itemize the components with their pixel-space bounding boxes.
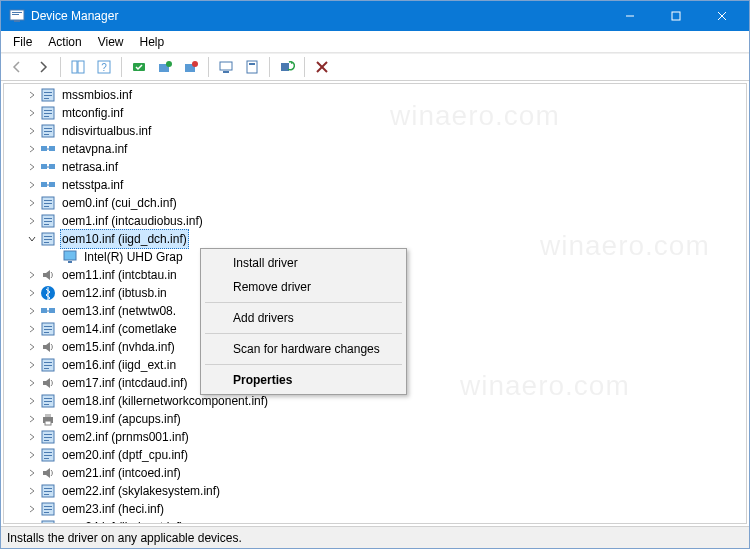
- svg-rect-57: [64, 251, 76, 260]
- svg-rect-64: [44, 326, 52, 327]
- tree-node[interactable]: netrasa.inf: [4, 158, 746, 176]
- svg-rect-74: [44, 404, 49, 405]
- chevron-right-icon[interactable]: [26, 288, 38, 298]
- context-properties[interactable]: Properties: [203, 368, 404, 392]
- tree-node[interactable]: netsstpa.inf: [4, 176, 746, 194]
- devices-by-connection-button[interactable]: [240, 56, 264, 78]
- chevron-right-icon[interactable]: [26, 126, 38, 136]
- svg-rect-5: [672, 12, 680, 20]
- maximize-button[interactable]: [653, 1, 699, 31]
- chevron-right-icon[interactable]: [26, 108, 38, 118]
- context-remove-driver[interactable]: Remove driver: [203, 275, 404, 299]
- menu-file[interactable]: File: [5, 33, 40, 51]
- svg-rect-79: [44, 434, 52, 435]
- chevron-right-icon[interactable]: [26, 162, 38, 172]
- show-hide-tree-button[interactable]: [66, 56, 90, 78]
- chevron-right-icon[interactable]: [26, 396, 38, 406]
- chevron-right-icon[interactable]: [26, 360, 38, 370]
- svg-rect-47: [44, 203, 52, 204]
- window-title: Device Manager: [31, 9, 607, 23]
- svg-rect-52: [44, 224, 49, 225]
- uninstall-device-button[interactable]: [310, 56, 334, 78]
- context-divider: [205, 364, 402, 365]
- tree-node[interactable]: netavpna.inf: [4, 140, 746, 158]
- tree-node[interactable]: oem1.inf (intcaudiobus.inf): [4, 212, 746, 230]
- tree-node[interactable]: oem20.inf (dptf_cpu.inf): [4, 446, 746, 464]
- tree-node[interactable]: oem24.inf (iigd_ext.inf): [4, 518, 746, 523]
- svg-rect-36: [41, 146, 47, 151]
- toolbar-divider: [208, 57, 209, 77]
- tree-node-label: oem22.inf (skylakesystem.inf): [60, 482, 222, 500]
- svg-rect-87: [44, 488, 52, 489]
- menu-help[interactable]: Help: [132, 33, 173, 51]
- tree-node[interactable]: mtconfig.inf: [4, 104, 746, 122]
- net-icon: [40, 303, 56, 319]
- chevron-right-icon[interactable]: [26, 450, 38, 460]
- close-button[interactable]: [699, 1, 745, 31]
- menu-view[interactable]: View: [90, 33, 132, 51]
- tree-node[interactable]: oem10.inf (iigd_dch.inf): [4, 230, 746, 248]
- svg-rect-80: [44, 437, 52, 438]
- minimize-button[interactable]: [607, 1, 653, 31]
- tree-node[interactable]: ndisvirtualbus.inf: [4, 122, 746, 140]
- tree-node-label: oem0.inf (cui_dch.inf): [60, 194, 179, 212]
- bt-icon: [40, 285, 56, 301]
- scan-hardware-button[interactable]: [275, 56, 299, 78]
- chevron-right-icon[interactable]: [26, 414, 38, 424]
- chevron-right-icon[interactable]: [26, 90, 38, 100]
- context-scan-hardware[interactable]: Scan for hardware changes: [203, 337, 404, 361]
- audio-icon: [40, 465, 56, 481]
- svg-rect-18: [223, 71, 229, 73]
- chevron-right-icon[interactable]: [26, 216, 38, 226]
- chevron-down-icon[interactable]: [26, 234, 38, 244]
- context-add-drivers[interactable]: Add drivers: [203, 306, 404, 330]
- svg-rect-29: [44, 110, 52, 111]
- chevron-right-icon[interactable]: [26, 270, 38, 280]
- help-button[interactable]: ?: [92, 56, 116, 78]
- tree-node-label: oem11.inf (intcbtau.in: [60, 266, 179, 284]
- tree-node[interactable]: mssmbios.inf: [4, 86, 746, 104]
- devices-by-type-button[interactable]: [214, 56, 238, 78]
- chevron-right-icon[interactable]: [26, 486, 38, 496]
- chevron-right-icon[interactable]: [26, 378, 38, 388]
- tree-node[interactable]: oem0.inf (cui_dch.inf): [4, 194, 746, 212]
- chevron-right-icon[interactable]: [26, 522, 38, 523]
- svg-rect-26: [44, 95, 52, 96]
- svg-rect-43: [49, 182, 55, 187]
- tree-node[interactable]: oem22.inf (skylakesystem.inf): [4, 482, 746, 500]
- tree-node-label: oem2.inf (prnms001.inf): [60, 428, 191, 446]
- tree-node[interactable]: oem19.inf (apcups.inf): [4, 410, 746, 428]
- svg-rect-8: [72, 61, 77, 73]
- tree-node[interactable]: oem21.inf (intcoed.inf): [4, 464, 746, 482]
- tree-node-label: netrasa.inf: [60, 158, 120, 176]
- svg-rect-72: [44, 398, 52, 399]
- chevron-right-icon[interactable]: [26, 468, 38, 478]
- svg-rect-42: [41, 182, 47, 187]
- context-divider: [205, 302, 402, 303]
- forward-button[interactable]: [31, 56, 55, 78]
- svg-rect-30: [44, 113, 52, 114]
- tree-node[interactable]: oem2.inf (prnms001.inf): [4, 428, 746, 446]
- enable-device-button[interactable]: [153, 56, 177, 78]
- chevron-right-icon[interactable]: [26, 342, 38, 352]
- context-install-driver[interactable]: Install driver: [203, 251, 404, 275]
- update-driver-button[interactable]: [127, 56, 151, 78]
- net-icon: [40, 141, 56, 157]
- titlebar[interactable]: Device Manager: [1, 1, 749, 31]
- tree-node[interactable]: oem23.inf (heci.inf): [4, 500, 746, 518]
- svg-rect-88: [44, 491, 52, 492]
- chevron-right-icon[interactable]: [26, 144, 38, 154]
- chevron-right-icon[interactable]: [26, 198, 38, 208]
- svg-rect-93: [44, 512, 49, 513]
- disable-device-button[interactable]: [179, 56, 203, 78]
- chevron-right-icon[interactable]: [26, 504, 38, 514]
- chevron-right-icon[interactable]: [26, 306, 38, 316]
- chevron-right-icon[interactable]: [26, 324, 38, 334]
- back-button[interactable]: [5, 56, 29, 78]
- svg-rect-70: [44, 368, 49, 369]
- menu-action[interactable]: Action: [40, 33, 89, 51]
- tree-node-label: oem1.inf (intcaudiobus.inf): [60, 212, 205, 230]
- svg-rect-51: [44, 221, 52, 222]
- chevron-right-icon[interactable]: [26, 432, 38, 442]
- chevron-right-icon[interactable]: [26, 180, 38, 190]
